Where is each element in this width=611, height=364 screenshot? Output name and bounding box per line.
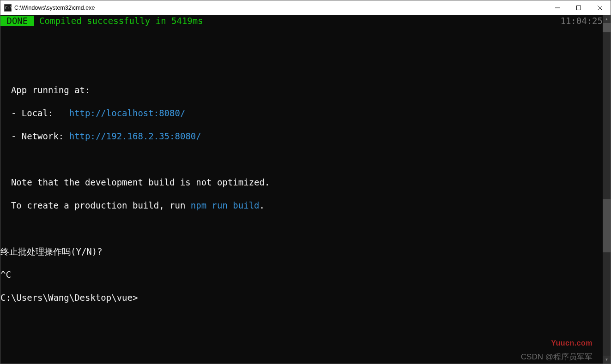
terminal-wrap: DONE Compiled successfully in 5419ms11:0… (0, 15, 611, 364)
local-url: http://localhost:8080/ (69, 108, 186, 118)
vertical-scrollbar[interactable]: ▲ ▼ (603, 15, 611, 364)
ctrl-c: ^C (0, 269, 603, 280)
watermark-red: Yuucn.com (551, 337, 593, 349)
watermark-gray: CSDN @程序员军军 (521, 351, 593, 363)
terminal-output[interactable]: DONE Compiled successfully in 5419ms11:0… (0, 15, 603, 364)
scroll-thumb[interactable] (603, 23, 611, 32)
compiled-message: Compiled successfully in 5419ms (34, 16, 203, 26)
timestamp: 11:04:25 (560, 15, 603, 27)
network-label: - Network: (0, 131, 69, 141)
titlebar[interactable]: C:\ C:\Windows\system32\cmd.exe (0, 0, 611, 15)
cmd-icon: C:\ (4, 4, 12, 12)
network-url: http://192.168.2.35:8080/ (69, 131, 201, 141)
npm-command: npm run build (191, 200, 260, 210)
terminate-prompt: 终止批处理操作吗(Y/N)? (0, 246, 603, 257)
path-prompt: C:\Users\Wang\Desktop\vue> (0, 292, 603, 304)
create-prefix: To create a production build, run (0, 200, 191, 210)
svg-text:C:\: C:\ (5, 6, 12, 10)
note-line: Note that the development build is not o… (0, 177, 603, 188)
close-button[interactable] (589, 0, 611, 15)
minimize-button[interactable] (547, 0, 568, 15)
app-running-header: App running at: (0, 84, 603, 96)
done-badge: DONE (0, 16, 34, 26)
scroll-down-arrow[interactable]: ▼ (603, 356, 611, 364)
command-prompt-window: C:\ C:\Windows\system32\cmd.exe DONE Com… (0, 0, 611, 364)
create-suffix: . (260, 200, 265, 210)
scroll-up-arrow[interactable]: ▲ (603, 15, 611, 23)
local-label: - Local: (0, 108, 69, 118)
svg-rect-3 (577, 6, 581, 10)
maximize-button[interactable] (568, 0, 589, 15)
scroll-track[interactable] (603, 23, 611, 356)
scroll-thumb-secondary[interactable] (603, 199, 611, 252)
window-title: C:\Windows\system32\cmd.exe (14, 5, 547, 11)
window-controls (547, 0, 611, 15)
